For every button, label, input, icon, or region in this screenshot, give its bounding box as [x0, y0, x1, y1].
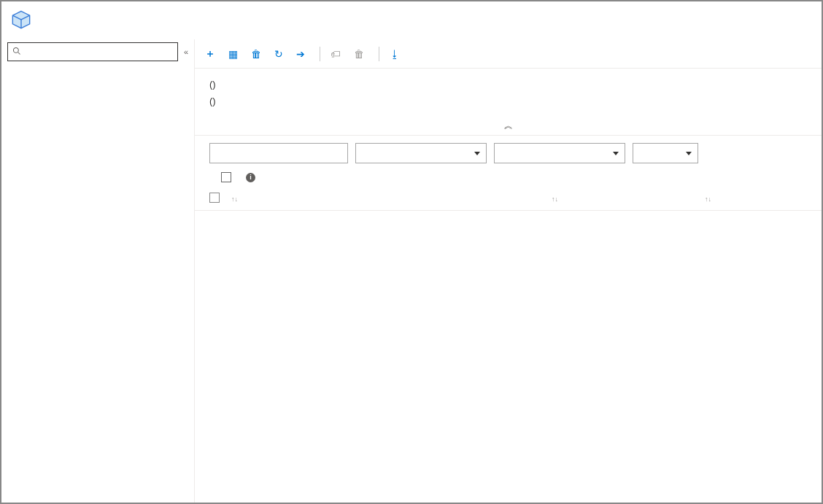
main-panel: ＋ ▦ 🗑 ↻ ➔ 🏷 🗑 ⭳ () (): [195, 39, 822, 503]
assign-tags-button[interactable]: 🏷: [331, 48, 345, 60]
page-header: [1, 1, 822, 39]
toolbar: ＋ ▦ 🗑 ↻ ➔ 🏷 🗑 ⭳: [195, 39, 822, 69]
export-csv-button[interactable]: ⭳: [390, 48, 404, 60]
move-button[interactable]: ➔: [296, 48, 309, 60]
resource-group-icon: [10, 9, 32, 31]
delete-resource-group-button[interactable]: 🗑: [251, 48, 266, 60]
filter-name-input[interactable]: [209, 143, 348, 163]
essentials-collapse-button[interactable]: ︽: [195, 117, 822, 136]
sidebar-search[interactable]: [7, 42, 178, 61]
show-hidden-checkbox[interactable]: [221, 172, 231, 182]
svg-point-2: [14, 47, 19, 53]
info-icon[interactable]: i: [246, 173, 255, 182]
select-all-checkbox[interactable]: [209, 193, 220, 203]
filter-locations-dropdown[interactable]: [494, 143, 625, 163]
edit-columns-button[interactable]: ▦: [228, 48, 242, 60]
list-meta: i: [195, 168, 822, 187]
refresh-button[interactable]: ↻: [274, 48, 287, 60]
sidebar-collapse-button[interactable]: «: [184, 47, 188, 56]
add-button[interactable]: ＋: [205, 47, 220, 61]
sidebar-search-input[interactable]: [26, 47, 173, 57]
delete-button[interactable]: 🗑: [354, 48, 368, 60]
filter-types-dropdown[interactable]: [355, 143, 487, 163]
filter-grouping-dropdown[interactable]: [633, 143, 698, 163]
filter-row: [195, 136, 822, 168]
sidebar: «: [1, 39, 195, 503]
search-icon: [12, 47, 21, 58]
svg-line-3: [18, 52, 20, 54]
resource-table: ↑↓ ↑↓ ↑↓: [195, 187, 822, 211]
essentials-panel: () (): [195, 69, 822, 117]
